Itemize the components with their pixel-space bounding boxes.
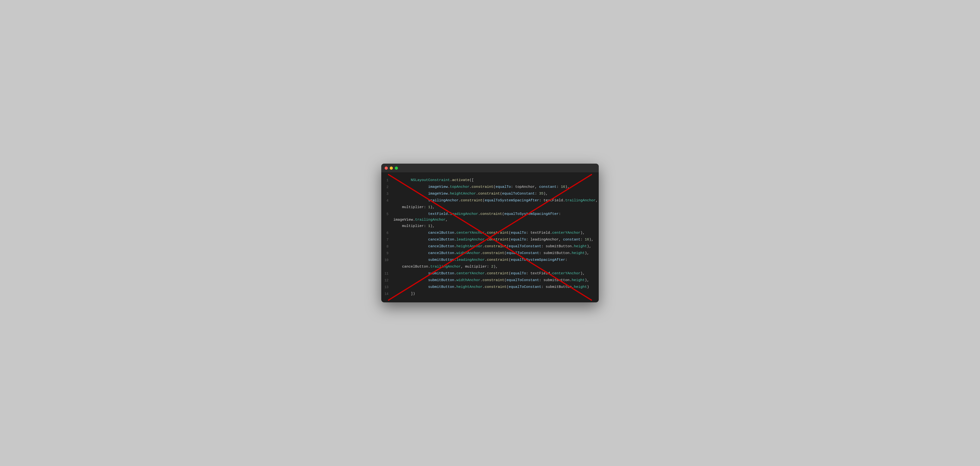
token-indent <box>393 251 428 255</box>
token-prop: trailingAnchor <box>565 198 596 203</box>
token-prop: heightAnchor <box>457 285 482 289</box>
token-comma: , multiplier: <box>461 265 491 269</box>
token-bracket: ]) <box>411 292 415 296</box>
token-dot: . <box>485 258 487 262</box>
code-area: 1 NSLayoutConstraint.activate([2 imageVi… <box>381 172 599 302</box>
token-obj: submitButton <box>428 285 454 289</box>
token-obj: imageView <box>428 185 448 189</box>
token-obj: trailingAnchor <box>428 198 458 203</box>
token-paren: ), <box>581 231 585 235</box>
token-method: constraint <box>487 231 509 235</box>
token-prop: centerYAnchor <box>552 231 581 235</box>
token-colon: : leadingAnchor, <box>526 238 563 242</box>
token-dot: . <box>482 285 485 289</box>
token-label: equalToConstant <box>509 244 541 249</box>
token-method: constraint <box>472 185 493 189</box>
line-number <box>381 204 393 205</box>
token-dot: . <box>450 178 452 182</box>
token-num: 2 <box>491 265 493 269</box>
line-code: cancelButton.widthAnchor.constraint(equa… <box>393 251 599 256</box>
line-number: 10 <box>381 257 393 263</box>
token-obj: textField <box>428 212 448 216</box>
token-label: equalToSystemSpacingAfter <box>485 198 539 203</box>
token-paren: ( <box>509 271 511 276</box>
token-dot: . <box>485 238 487 242</box>
token-prop: leadingAnchor <box>450 212 478 216</box>
token-colon: : textField. <box>526 271 552 276</box>
token-label: equalToConstant <box>506 278 539 282</box>
line-number: 1 <box>381 177 393 183</box>
line-number: 12 <box>381 278 393 283</box>
token-paren: ), <box>430 224 435 228</box>
token-paren: ( <box>509 238 511 242</box>
code-line: 1 NSLayoutConstraint.activate([ <box>381 177 599 184</box>
code-line: 4 trailingAnchor.constraint(equalToSyste… <box>381 198 599 204</box>
token-method: constraint <box>485 244 506 249</box>
token-obj: cancelButton <box>428 231 454 235</box>
token-paren: ), <box>565 185 570 189</box>
token-paren: ), <box>543 192 548 196</box>
token-method: activate <box>452 178 469 182</box>
token-prop: height <box>574 244 587 249</box>
token-method: constraint <box>485 285 506 289</box>
line-code: submitButton.heightAnchor.constraint(equ… <box>393 284 599 290</box>
line-number: 3 <box>381 191 393 196</box>
line-number: 4 <box>381 198 393 203</box>
line-code: imageView.topAnchor.constraint(equalTo: … <box>393 184 599 190</box>
close-button[interactable] <box>385 166 388 170</box>
token-dot: . <box>454 285 457 289</box>
token-num: 1 <box>428 224 430 228</box>
token-label: constant <box>563 238 581 242</box>
token-method: constraint <box>478 192 500 196</box>
token-label: constant <box>539 185 557 189</box>
token-indent <box>393 244 428 249</box>
token-indent <box>393 278 428 282</box>
token-dot: . <box>482 244 485 249</box>
token-label: equalToConstant <box>502 192 535 196</box>
code-line: 11 submitButton.centerYAnchor.constraint… <box>381 270 599 277</box>
token-prop: trailingAnchor <box>430 265 461 269</box>
token-paren: ( <box>500 192 502 196</box>
token-paren: ), <box>589 238 593 242</box>
token-obj: imageView <box>428 192 448 196</box>
minimize-button[interactable] <box>390 166 393 170</box>
code-line: 12 submitButton.widthAnchor.constraint(e… <box>381 277 599 284</box>
line-code: imageView.heightAnchor.constraint(equalT… <box>393 191 599 197</box>
token-paren: ( <box>502 212 504 216</box>
token-dot: . <box>454 244 457 249</box>
token-dot: . <box>454 251 457 255</box>
token-indent <box>393 285 428 289</box>
token-paren: ( <box>506 285 509 289</box>
code-line: multiplier: 1), <box>381 223 599 230</box>
token-dot: . <box>448 185 450 189</box>
line-code: multiplier: 1), <box>393 223 599 229</box>
code-line: 9 cancelButton.widthAnchor.constraint(eq… <box>381 250 599 257</box>
token-method: constraint <box>482 251 504 255</box>
token-prop: centerYAnchor <box>457 271 485 276</box>
line-number: 2 <box>381 184 393 190</box>
token-label: equalToConstant <box>509 285 541 289</box>
line-number: 13 <box>381 284 393 290</box>
token-dot: . <box>478 212 480 216</box>
token-colon: : submitButton. <box>539 278 572 282</box>
token-dot: . <box>476 192 478 196</box>
token-dot: . <box>485 231 487 235</box>
token-paren: ( <box>504 278 506 282</box>
token-dot: . <box>485 271 487 276</box>
line-code: trailingAnchor.constraint(equalToSystemS… <box>393 198 599 204</box>
maximize-button[interactable] <box>395 166 398 170</box>
token-prop: leadingAnchor <box>457 258 485 262</box>
code-line: 13 submitButton.heightAnchor.constraint(… <box>381 284 599 291</box>
token-method: constraint <box>461 198 482 203</box>
token-paren: ( <box>493 185 496 189</box>
token-indent <box>393 258 428 262</box>
token-num: 1 <box>428 205 430 209</box>
line-number: 11 <box>381 271 393 276</box>
code-line: 2 imageView.topAnchor.constraint(equalTo… <box>381 184 599 191</box>
code-line: 8 cancelButton.heightAnchor.constraint(e… <box>381 243 599 250</box>
token-indent: multiplier: <box>393 205 428 209</box>
token-paren: ), <box>493 265 498 269</box>
token-method: constraint <box>487 271 509 276</box>
line-code: cancelButton.leadingAnchor.constraint(eq… <box>393 237 599 243</box>
code-line: 10 submitButton.leadingAnchor.constraint… <box>381 257 599 264</box>
